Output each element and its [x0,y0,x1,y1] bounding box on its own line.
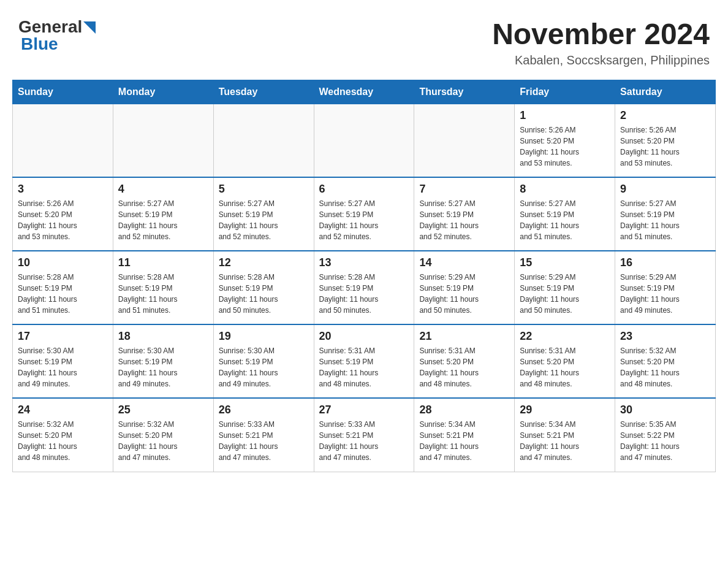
calendar-cell: 26Sunrise: 5:33 AM Sunset: 5:21 PM Dayli… [213,398,314,472]
calendar-cell: 22Sunrise: 5:31 AM Sunset: 5:20 PM Dayli… [515,324,615,398]
day-info: Sunrise: 5:35 AM Sunset: 5:22 PM Dayligh… [620,419,710,463]
calendar-cell: 2Sunrise: 5:26 AM Sunset: 5:20 PM Daylig… [615,104,716,177]
logo-arrow-icon [83,21,96,34]
logo-blue-text: Blue [18,36,58,53]
weekday-header-sunday: Sunday [13,80,113,104]
day-number: 14 [419,256,509,269]
calendar-cell [414,104,515,177]
week-row-4: 17Sunrise: 5:30 AM Sunset: 5:19 PM Dayli… [13,324,716,398]
calendar-cell: 3Sunrise: 5:26 AM Sunset: 5:20 PM Daylig… [13,177,113,251]
day-info: Sunrise: 5:27 AM Sunset: 5:19 PM Dayligh… [219,198,309,242]
day-number: 27 [319,404,409,416]
calendar-cell: 18Sunrise: 5:30 AM Sunset: 5:19 PM Dayli… [113,324,213,398]
day-info: Sunrise: 5:32 AM Sunset: 5:20 PM Dayligh… [118,419,208,463]
day-info: Sunrise: 5:30 AM Sunset: 5:19 PM Dayligh… [18,345,108,389]
day-info: Sunrise: 5:30 AM Sunset: 5:19 PM Dayligh… [118,345,208,389]
calendar-cell [113,104,213,177]
calendar-cell: 9Sunrise: 5:27 AM Sunset: 5:19 PM Daylig… [615,177,716,251]
day-number: 18 [118,330,208,343]
day-info: Sunrise: 5:31 AM Sunset: 5:20 PM Dayligh… [419,345,509,389]
calendar-cell: 29Sunrise: 5:34 AM Sunset: 5:21 PM Dayli… [515,398,615,472]
calendar-cell: 13Sunrise: 5:28 AM Sunset: 5:19 PM Dayli… [314,251,414,324]
svg-marker-0 [83,21,96,34]
day-number: 15 [520,256,610,269]
day-number: 4 [118,183,208,196]
day-number: 24 [18,404,108,416]
day-number: 29 [520,404,610,416]
calendar-cell: 25Sunrise: 5:32 AM Sunset: 5:20 PM Dayli… [113,398,213,472]
day-number: 16 [620,256,710,269]
day-number: 1 [520,109,610,122]
day-info: Sunrise: 5:32 AM Sunset: 5:20 PM Dayligh… [18,419,108,463]
calendar-cell: 12Sunrise: 5:28 AM Sunset: 5:19 PM Dayli… [213,251,314,324]
calendar-cell: 1Sunrise: 5:26 AM Sunset: 5:20 PM Daylig… [515,104,615,177]
day-number: 8 [520,183,610,196]
day-number: 10 [18,256,108,269]
day-number: 28 [419,404,509,416]
day-number: 7 [419,183,509,196]
weekday-header-tuesday: Tuesday [213,80,314,104]
calendar-cell: 20Sunrise: 5:31 AM Sunset: 5:19 PM Dayli… [314,324,414,398]
weekday-header-wednesday: Wednesday [314,80,414,104]
weekday-header-monday: Monday [113,80,213,104]
week-row-3: 10Sunrise: 5:28 AM Sunset: 5:19 PM Dayli… [13,251,716,324]
week-row-1: 1Sunrise: 5:26 AM Sunset: 5:20 PM Daylig… [13,104,716,177]
day-info: Sunrise: 5:29 AM Sunset: 5:19 PM Dayligh… [419,272,509,316]
day-info: Sunrise: 5:27 AM Sunset: 5:19 PM Dayligh… [118,198,208,242]
calendar-cell: 30Sunrise: 5:35 AM Sunset: 5:22 PM Dayli… [615,398,716,472]
day-number: 21 [419,330,509,343]
day-info: Sunrise: 5:26 AM Sunset: 5:20 PM Dayligh… [520,124,610,169]
day-info: Sunrise: 5:29 AM Sunset: 5:19 PM Dayligh… [620,272,710,316]
calendar-cell: 11Sunrise: 5:28 AM Sunset: 5:19 PM Dayli… [113,251,213,324]
calendar-cell: 17Sunrise: 5:30 AM Sunset: 5:19 PM Dayli… [13,324,113,398]
logo-general-text: General [18,18,82,36]
calendar-cell: 16Sunrise: 5:29 AM Sunset: 5:19 PM Dayli… [615,251,716,324]
day-info: Sunrise: 5:28 AM Sunset: 5:19 PM Dayligh… [118,272,208,316]
day-info: Sunrise: 5:27 AM Sunset: 5:19 PM Dayligh… [620,198,710,242]
calendar-cell [314,104,414,177]
calendar-cell: 28Sunrise: 5:34 AM Sunset: 5:21 PM Dayli… [414,398,515,472]
calendar-cell: 6Sunrise: 5:27 AM Sunset: 5:19 PM Daylig… [314,177,414,251]
day-number: 23 [620,330,710,343]
day-info: Sunrise: 5:26 AM Sunset: 5:20 PM Dayligh… [620,124,710,169]
day-info: Sunrise: 5:34 AM Sunset: 5:21 PM Dayligh… [520,419,610,463]
calendar-cell: 8Sunrise: 5:27 AM Sunset: 5:19 PM Daylig… [515,177,615,251]
calendar-cell: 5Sunrise: 5:27 AM Sunset: 5:19 PM Daylig… [213,177,314,251]
day-number: 26 [219,404,309,416]
day-info: Sunrise: 5:29 AM Sunset: 5:19 PM Dayligh… [520,272,610,316]
day-number: 9 [620,183,710,196]
day-info: Sunrise: 5:33 AM Sunset: 5:21 PM Dayligh… [319,419,409,463]
calendar-cell [213,104,314,177]
calendar-cell: 4Sunrise: 5:27 AM Sunset: 5:19 PM Daylig… [113,177,213,251]
day-info: Sunrise: 5:32 AM Sunset: 5:20 PM Dayligh… [620,345,710,389]
logo: General Blue [18,18,96,53]
weekday-header-friday: Friday [515,80,615,104]
day-info: Sunrise: 5:28 AM Sunset: 5:19 PM Dayligh… [18,272,108,316]
day-number: 5 [219,183,309,196]
day-info: Sunrise: 5:30 AM Sunset: 5:19 PM Dayligh… [219,345,309,389]
week-row-5: 24Sunrise: 5:32 AM Sunset: 5:20 PM Dayli… [13,398,716,472]
week-row-2: 3Sunrise: 5:26 AM Sunset: 5:20 PM Daylig… [13,177,716,251]
day-number: 6 [319,183,409,196]
day-number: 22 [520,330,610,343]
calendar-cell: 21Sunrise: 5:31 AM Sunset: 5:20 PM Dayli… [414,324,515,398]
day-number: 12 [219,256,309,269]
calendar-cell: 27Sunrise: 5:33 AM Sunset: 5:21 PM Dayli… [314,398,414,472]
day-info: Sunrise: 5:33 AM Sunset: 5:21 PM Dayligh… [219,419,309,463]
calendar-cell: 10Sunrise: 5:28 AM Sunset: 5:19 PM Dayli… [13,251,113,324]
day-number: 2 [620,109,710,122]
calendar-cell: 24Sunrise: 5:32 AM Sunset: 5:20 PM Dayli… [13,398,113,472]
day-info: Sunrise: 5:27 AM Sunset: 5:19 PM Dayligh… [419,198,509,242]
day-info: Sunrise: 5:31 AM Sunset: 5:20 PM Dayligh… [520,345,610,389]
calendar-cell: 15Sunrise: 5:29 AM Sunset: 5:19 PM Dayli… [515,251,615,324]
title-area: November 2024 Kabalen, Soccsksargen, Phi… [492,18,710,67]
day-info: Sunrise: 5:26 AM Sunset: 5:20 PM Dayligh… [18,198,108,242]
day-number: 17 [18,330,108,343]
day-number: 13 [319,256,409,269]
calendar-cell [13,104,113,177]
location-subtitle: Kabalen, Soccsksargen, Philippines [492,53,710,67]
day-info: Sunrise: 5:28 AM Sunset: 5:19 PM Dayligh… [319,272,409,316]
day-number: 19 [219,330,309,343]
calendar-cell: 23Sunrise: 5:32 AM Sunset: 5:20 PM Dayli… [615,324,716,398]
day-number: 20 [319,330,409,343]
